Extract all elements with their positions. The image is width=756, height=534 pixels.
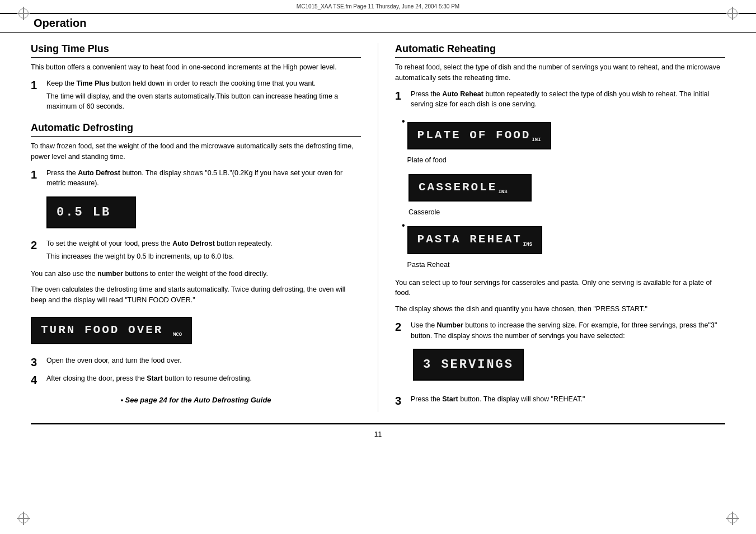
column-divider bbox=[378, 43, 378, 412]
reg-mark-tr bbox=[726, 7, 739, 20]
pasta-reheat-block: PASTA REHEATINS Pasta Reheat bbox=[407, 221, 542, 273]
lcd-turn-food-text: TURN FOOD bbox=[41, 324, 119, 336]
reheat-step2-num: 2 bbox=[395, 320, 406, 387]
using-time-plus-step1: 1 Keep the Time Plus button held down in… bbox=[31, 78, 361, 114]
reheat-step1: 1 Press the Auto Reheat button repeatedl… bbox=[395, 89, 725, 113]
defrost-step2: 2 To set the weight of your food, press … bbox=[31, 238, 361, 264]
defrost-step2-num: 2 bbox=[31, 238, 42, 264]
defrost-step1-num: 1 bbox=[31, 168, 42, 235]
col-left: Using Time Plus This button offers a con… bbox=[31, 33, 361, 412]
bottom-area: 11 bbox=[0, 423, 756, 441]
reheat-step1-content: Press the Auto Reheat button repeatedly … bbox=[411, 89, 725, 113]
lcd-pasta-reheat: PASTA REHEATINS bbox=[407, 226, 542, 254]
reheat-step3-content: Press the Start button. The display will… bbox=[411, 394, 725, 407]
bullet-note: • See page 24 for the Auto Defrosting Gu… bbox=[31, 396, 361, 404]
casserole-block: CASSEROLEINS Casserole bbox=[408, 168, 725, 216]
lcd-ini-sub: INI bbox=[532, 137, 541, 143]
lcd-mco-sub: MCO bbox=[173, 332, 182, 338]
lcd-servings-container: 3 SERVINGS bbox=[413, 343, 725, 386]
auto-reheating-heading: Automatic Reheating bbox=[395, 43, 725, 58]
page-wrapper: MC1015_XAA TSE.fm Page 11 Thursday, June… bbox=[0, 0, 756, 534]
defrost-step3: 3 Open the oven door, and turn the food … bbox=[31, 355, 361, 369]
using-time-plus-intro: This button offers a convenient way to h… bbox=[31, 62, 361, 73]
col-right: Automatic Reheating To reheat food, sele… bbox=[395, 33, 725, 412]
reheat-note2: The display shows the dish and quantity … bbox=[395, 304, 725, 315]
meta-text: MC1015_XAA TSE.fm Page 11 Thursday, June… bbox=[297, 3, 459, 10]
lcd-casserole: CASSEROLEINS bbox=[408, 174, 532, 202]
reheat-step3: 3 Press the Start button. The display wi… bbox=[395, 394, 725, 407]
lcd-ins-sub-1: INS bbox=[498, 189, 507, 195]
reg-mark-br bbox=[726, 512, 739, 525]
lcd-05lb: 0.5 LB bbox=[46, 196, 136, 228]
lcd1-text: 0.5 LB bbox=[57, 205, 111, 219]
step1-sub: The time will display, and the oven star… bbox=[46, 91, 361, 113]
using-time-plus-heading: Using Time Plus bbox=[31, 43, 361, 58]
reheat-step3-num: 3 bbox=[395, 394, 406, 407]
step1-content: Keep the Time Plus button held down in o… bbox=[46, 78, 361, 114]
defrost-para1: You can also use the number buttons to e… bbox=[31, 269, 361, 279]
lcd-turn-food-container: TURN FOOD OVER MCO bbox=[31, 311, 361, 350]
step-num-1: 1 bbox=[31, 78, 42, 114]
defrost-step3-num: 3 bbox=[31, 355, 42, 369]
reg-mark-bl bbox=[17, 512, 30, 525]
casserole-label: Casserole bbox=[408, 208, 725, 216]
defrost-step2-content: To set the weight of your food, press th… bbox=[46, 238, 361, 264]
auto-reheating-intro: To reheat food, select the type of dish … bbox=[395, 62, 725, 83]
using-time-plus-section: Using Time Plus This button offers a con… bbox=[31, 43, 361, 114]
reheat-note1: You can select up to four servings for c… bbox=[395, 278, 725, 299]
auto-defrosting-intro: To thaw frozen food, set the weight of t… bbox=[31, 141, 361, 162]
auto-defrosting-section: Automatic Defrosting To thaw frozen food… bbox=[31, 122, 361, 404]
reheat-step2: 2 Use the Number buttons to increase the… bbox=[395, 320, 725, 387]
lcd-3-servings: 3 SERVINGS bbox=[413, 349, 524, 381]
pasta-reheat-row: • PASTA REHEATINS Pasta Reheat bbox=[402, 221, 725, 273]
bullet-dot-1: • bbox=[402, 116, 405, 127]
content-area: Using Time Plus This button offers a con… bbox=[0, 33, 756, 412]
defrost-step4-num: 4 bbox=[31, 373, 42, 387]
lcd-plate-of-food: PLATE OF FOODINI bbox=[407, 122, 551, 149]
pasta-label: Pasta Reheat bbox=[407, 261, 542, 269]
defrost-step1: 1 Press the Auto Defrost button. The dis… bbox=[31, 168, 361, 235]
reheat-step2-content: Use the Number buttons to increase the s… bbox=[411, 320, 725, 387]
reg-mark-tl bbox=[17, 7, 30, 20]
defrost-step1-content: Press the Auto Defrost button. The displ… bbox=[46, 168, 361, 235]
plate-of-food-block: PLATE OF FOODINI Plate of food bbox=[407, 116, 551, 168]
auto-defrosting-heading: Automatic Defrosting bbox=[31, 122, 361, 137]
bullet-dot-2: • bbox=[402, 221, 405, 231]
plate-of-food-row: • PLATE OF FOODINI Plate of food bbox=[402, 116, 725, 168]
section-header: Operation bbox=[0, 13, 756, 33]
lcd-turn-food: TURN FOOD OVER MCO bbox=[31, 317, 192, 344]
defrost-step3-content: Open the oven door, and turn the food ov… bbox=[46, 355, 361, 369]
reheat-step1-num: 1 bbox=[395, 89, 406, 113]
time-plus-bold: Time Plus bbox=[77, 79, 110, 87]
step2-sub: This increases the weight by 0.5 lb incr… bbox=[46, 251, 361, 262]
section-title: Operation bbox=[34, 17, 86, 30]
defrost-step4-content: After closing the door, press the Start … bbox=[46, 373, 361, 387]
defrost-para2: The oven calculates the defrosting time … bbox=[31, 284, 361, 306]
lcd-servings-text: 3 SERVINGS bbox=[423, 358, 514, 372]
page-number: 11 bbox=[31, 424, 725, 441]
lcd-ins-sub-2: INS bbox=[523, 242, 532, 247]
plate-label: Plate of food bbox=[407, 156, 551, 164]
top-meta: MC1015_XAA TSE.fm Page 11 Thursday, June… bbox=[0, 0, 756, 13]
auto-reheating-section: Automatic Reheating To reheat food, sele… bbox=[395, 43, 725, 407]
lcd-over-text: OVER bbox=[128, 324, 163, 336]
defrost-step4: 4 After closing the door, press the Star… bbox=[31, 373, 361, 387]
